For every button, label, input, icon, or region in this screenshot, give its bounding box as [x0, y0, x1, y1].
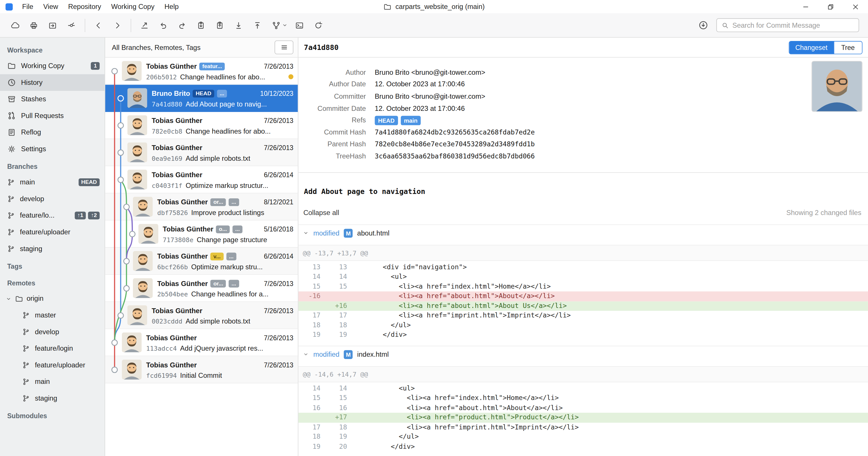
forward-button[interactable] — [108, 18, 127, 32]
avatar — [122, 333, 142, 352]
commit-row-0023cddd[interactable]: Tobias Günther 7/26/2013 0023cddd Add si… — [105, 302, 298, 329]
sidebar-item-label: develop — [20, 195, 44, 203]
printer-button[interactable] — [24, 18, 43, 32]
commit-date: 7/26/2013 — [264, 334, 293, 342]
commit-row-2b504bee[interactable]: Tobias Günther or...... 7/26/2013 2b504b… — [105, 275, 298, 302]
parent-hash-value: 782e0cb8e4b86e7ece3e70453289a2d3489fdd1b — [375, 140, 535, 148]
app-icon — [5, 3, 13, 10]
ref-badge: featur... — [199, 62, 225, 70]
sidebar-item-develop[interactable]: develop — [0, 191, 105, 207]
chevron-down-icon[interactable] — [5, 295, 11, 302]
commit-hash: 0023cddd — [152, 317, 182, 325]
folder-icon — [7, 61, 16, 70]
commit-row-782e0cb8[interactable]: Tobias Günther 7/26/2013 782e0cb8 Change… — [105, 112, 298, 139]
sidebar-item-pull-requests[interactable]: Pull Requests — [0, 107, 105, 124]
code-text: </ul> — [347, 321, 411, 331]
tab-changeset[interactable]: Changeset — [789, 41, 834, 53]
parent-hash-label: Parent Hash — [304, 140, 366, 148]
terminal-button[interactable] — [290, 18, 309, 32]
file-header[interactable]: modified M index.html — [299, 346, 868, 363]
sidebar-item-label: feature/uploader — [35, 361, 85, 369]
file-header[interactable]: modified M about.html — [299, 225, 868, 241]
minimize-button[interactable] — [793, 0, 818, 13]
sidebar-item-settings[interactable]: Settings — [0, 141, 105, 158]
pull-button[interactable] — [229, 18, 248, 32]
diff-line: 1717 <li><a href="imprint.html">Imprint<… — [299, 311, 868, 321]
commit-row-fcd61994[interactable]: Tobias Günther 7/26/2013 fcd61994 Initia… — [105, 356, 298, 383]
commit-row-113adcc4[interactable]: Tobias Günther 7/26/2013 113adcc4 Add jQ… — [105, 329, 298, 356]
new-line-number: 19 — [320, 432, 347, 442]
avatar — [127, 169, 147, 189]
diff-line: +17 <li><a href="product.html">Product</… — [299, 413, 868, 423]
ref-badge-main[interactable]: main — [401, 116, 421, 125]
cloud-button[interactable] — [5, 18, 24, 32]
sidebar-item-label: Reflog — [21, 129, 41, 136]
sidebar-item-feature-uploader[interactable]: feature/uploader — [0, 357, 105, 373]
sidebar-item-staging[interactable]: staging — [0, 240, 105, 257]
window-title-text: carparts_website_orig (main) — [395, 3, 485, 11]
chevron-down-icon[interactable] — [303, 351, 309, 358]
redo-button[interactable] — [173, 18, 191, 32]
badge-group: HEAD — [79, 178, 100, 186]
clock-icon — [7, 78, 16, 87]
menu-view[interactable]: View — [38, 3, 63, 11]
close-button[interactable] — [843, 0, 868, 13]
menu-help[interactable]: Help — [159, 3, 184, 11]
commit-graph-button[interactable] — [62, 18, 81, 32]
commit-row-6bcf266b[interactable]: Tobias Günther v...... 6/26/2014 6bcf266… — [105, 248, 298, 275]
sidebar-item-label: staging — [20, 245, 42, 253]
diff-line: 1919 </div> — [299, 331, 868, 340]
sidebar-item-feature-uploader[interactable]: feature/uploader — [0, 224, 105, 241]
chevron-down-icon[interactable] — [303, 230, 309, 236]
undo-button[interactable] — [154, 18, 173, 32]
sidebar-item-staging[interactable]: staging — [0, 390, 105, 407]
collapse-all-link[interactable]: Collapse all — [303, 209, 339, 217]
commit-row-7173808e[interactable]: Tobias Günther o...... 5/16/2018 7173808… — [105, 221, 298, 248]
commit-author: Tobias Günther — [146, 334, 197, 342]
commit-row-dbf75826[interactable]: Tobias Günther or...... 8/12/2021 dbf758… — [105, 193, 298, 221]
sidebar-item-develop[interactable]: develop — [0, 323, 105, 340]
sidebar-item-reflog[interactable]: Reflog — [0, 124, 105, 141]
sidebar-item-working-copy[interactable]: Working Copy1 — [0, 58, 105, 75]
menu-file[interactable]: File — [17, 3, 38, 11]
magnifier-icon — [721, 21, 729, 29]
commit-row-c0403f1f[interactable]: Tobias Günther 6/26/2014 c0403f1f Optimi… — [105, 166, 298, 193]
fetch-download-icon[interactable] — [699, 21, 708, 30]
diff-line: 1819 </ul> — [299, 432, 868, 442]
refresh-button[interactable] — [309, 18, 328, 32]
sidebar-item-stashes[interactable]: Stashes — [0, 91, 105, 108]
branch-icon — [7, 228, 15, 236]
sidebar-item-master[interactable]: master — [0, 307, 105, 323]
sidebar-item-main[interactable]: main — [0, 373, 105, 390]
sidebar-item-feature-lo[interactable]: feature/lo...↑1↑2 — [0, 207, 105, 224]
open-external-button[interactable] — [43, 18, 62, 32]
commit-message: Improve product listings — [191, 209, 264, 217]
stash-apply-button[interactable] — [210, 18, 229, 32]
sidebar-item-history[interactable]: History — [0, 74, 105, 91]
uncommitted-changes-dot — [288, 74, 293, 79]
push-button[interactable] — [248, 18, 267, 32]
maximize-button[interactable] — [818, 0, 843, 13]
commit-date: 8/12/2021 — [264, 198, 293, 206]
search-input[interactable] — [733, 21, 854, 29]
sidebar-badge: HEAD — [79, 178, 100, 186]
search-box[interactable] — [716, 18, 859, 32]
old-line-number — [299, 413, 321, 423]
ref-badge-head[interactable]: HEAD — [375, 116, 398, 125]
commit-row-7a41d880[interactable]: Bruno Brito HEAD... 10/12/2023 7a41d880 … — [105, 85, 298, 112]
tab-tree[interactable]: Tree — [833, 41, 862, 53]
menu-working-copy[interactable]: Working Copy — [106, 3, 159, 11]
sidebar-item-feature-login[interactable]: feature/login — [0, 340, 105, 357]
sidebar-item-origin[interactable]: origin — [0, 290, 105, 307]
chevron-down-icon[interactable] — [282, 22, 288, 28]
list-options-button[interactable] — [275, 40, 293, 54]
changed-files-count: Showing 2 changed files — [786, 209, 861, 217]
checkout-button[interactable] — [135, 18, 154, 32]
back-button[interactable] — [89, 18, 108, 32]
commit-row-206b5012[interactable]: Tobias Günther featur... 7/26/2013 206b5… — [105, 58, 298, 85]
stash-save-button[interactable] — [191, 18, 210, 32]
commit-date: 7/26/2013 — [264, 307, 293, 314]
sidebar-item-main[interactable]: mainHEAD — [0, 174, 105, 191]
commit-row-0ea9e169[interactable]: Tobias Günther 7/26/2013 0ea9e169 Add si… — [105, 139, 298, 166]
menu-repository[interactable]: Repository — [63, 3, 106, 11]
